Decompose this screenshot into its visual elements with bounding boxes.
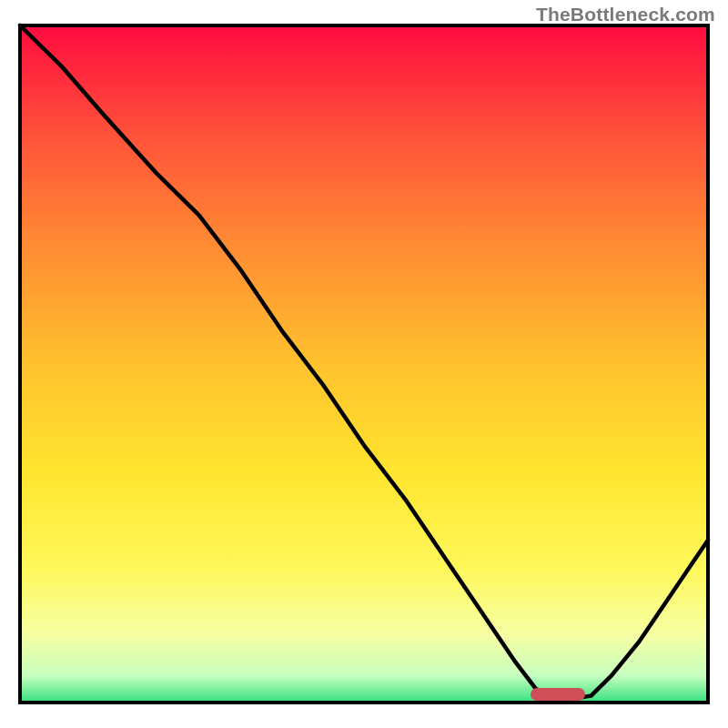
optimal-range-marker (531, 688, 585, 701)
watermark-label: TheBottleneck.com (536, 4, 715, 25)
bottleneck-curve-chart (0, 0, 728, 728)
chart-container: TheBottleneck.com (0, 0, 728, 728)
plot-background (20, 25, 708, 703)
